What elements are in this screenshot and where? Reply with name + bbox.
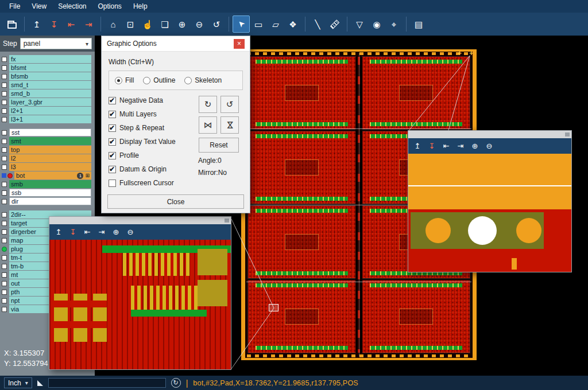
menu-item-view[interactable]: View bbox=[26, 1, 52, 12]
layer-row-l3[interactable]: l3 bbox=[0, 163, 95, 171]
mag-export-button[interactable]: ⇥ bbox=[95, 226, 108, 239]
magnifier-view-corner-detail[interactable] bbox=[408, 154, 571, 272]
menu-item-file[interactable]: File bbox=[3, 1, 26, 12]
magnifier-view-pcb-detail[interactable] bbox=[49, 240, 231, 369]
zoom-previous-button[interactable]: ↺ bbox=[208, 15, 225, 33]
zoom-fit-button[interactable]: ⊡ bbox=[122, 15, 139, 33]
layer-visibility-checkbox[interactable] bbox=[2, 281, 7, 286]
layer-row-bfsmb[interactable]: bfsmb bbox=[0, 72, 95, 80]
layer-row-top[interactable]: top bbox=[0, 146, 95, 154]
mirror-vertical-button[interactable]: ⋈ bbox=[220, 116, 239, 134]
mag-download-button[interactable]: ↧ bbox=[425, 140, 438, 153]
close-icon[interactable]: × bbox=[234, 39, 245, 49]
layer-row-l2+1[interactable]: l2+1 bbox=[0, 107, 95, 115]
mag-download-button[interactable]: ↧ bbox=[67, 226, 79, 239]
magnifier-titlebar[interactable] bbox=[408, 131, 571, 138]
refresh-icon[interactable]: ↻ bbox=[171, 378, 181, 388]
layer-row-l2[interactable]: l2 bbox=[0, 154, 95, 162]
layer-visibility-checkbox[interactable] bbox=[2, 238, 7, 243]
layer-row-smb[interactable]: smb bbox=[0, 180, 95, 188]
layer-row-layer_3.gbr[interactable]: layer_3.gbr bbox=[0, 98, 95, 106]
rotate-cw-button[interactable]: ↻ bbox=[199, 96, 217, 113]
window-button-icon[interactable] bbox=[565, 132, 570, 136]
layer-visibility-checkbox[interactable] bbox=[2, 130, 7, 135]
mag-upload-button[interactable]: ↥ bbox=[52, 226, 65, 239]
layer-visibility-checkbox[interactable] bbox=[2, 272, 7, 278]
rect-select-button[interactable]: ▭ bbox=[250, 15, 267, 33]
export-layer-button[interactable]: ⇥ bbox=[80, 15, 97, 33]
poly-select-button[interactable]: ▱ bbox=[267, 15, 284, 33]
layer-visibility-checkbox[interactable] bbox=[2, 139, 7, 144]
layer-visibility-checkbox[interactable] bbox=[2, 212, 7, 217]
layer-visibility-checkbox[interactable] bbox=[2, 65, 7, 71]
layer-visibility-checkbox[interactable] bbox=[2, 264, 7, 269]
option-fullscreen-cursor[interactable]: Fullscreen Cursor bbox=[109, 178, 195, 188]
zoom-in-button[interactable]: ⊕ bbox=[173, 15, 191, 33]
layer-row-l3+1[interactable]: l3+1 bbox=[0, 115, 95, 123]
mag-import-button[interactable]: ⇤ bbox=[440, 140, 452, 153]
layer-row-bfsmt[interactable]: bfsmt bbox=[0, 64, 95, 72]
layer-visibility-checkbox[interactable] bbox=[2, 307, 7, 312]
layer-visibility-checkbox[interactable] bbox=[2, 108, 7, 114]
layer-visibility-checkbox[interactable] bbox=[2, 190, 7, 196]
option-display-text-value[interactable]: Display Text Value bbox=[109, 137, 195, 146]
layer-row-smd_t[interactable]: smd_t bbox=[0, 81, 95, 89]
menu-item-help[interactable]: Help bbox=[127, 1, 153, 12]
layer-visibility-checkbox[interactable] bbox=[2, 221, 7, 226]
layer-visibility-checkbox[interactable] bbox=[2, 117, 7, 122]
triangle-icon[interactable] bbox=[37, 380, 43, 386]
import-layer-button[interactable]: ⇤ bbox=[63, 15, 80, 33]
view-area-button[interactable]: ❏ bbox=[156, 15, 173, 33]
layer-visibility-checkbox[interactable] bbox=[2, 165, 7, 170]
layer-visibility-checkbox[interactable] bbox=[2, 199, 7, 204]
layers-button[interactable]: ❖ bbox=[284, 15, 301, 33]
mag-zoom-out-button[interactable]: ⊖ bbox=[124, 226, 137, 239]
rotate-ccw-button[interactable]: ↺ bbox=[220, 96, 239, 113]
download-step-button[interactable]: ↧ bbox=[45, 15, 63, 33]
radio-fill[interactable]: Fill bbox=[115, 76, 134, 84]
close-button[interactable]: Close bbox=[107, 194, 244, 209]
magnifier-titlebar[interactable] bbox=[49, 217, 231, 224]
dialog-titlebar[interactable]: Graphic Options × bbox=[102, 36, 250, 52]
radio-outline[interactable]: Outline bbox=[143, 76, 175, 84]
step-selector[interactable]: panel ▾ bbox=[20, 38, 92, 49]
ruler-button[interactable] bbox=[326, 15, 343, 33]
filter-button[interactable]: ▽ bbox=[351, 15, 368, 33]
select-tool-button[interactable]: ➤ bbox=[233, 15, 250, 33]
layer-visibility-checkbox[interactable] bbox=[2, 57, 7, 62]
layer-row-smt[interactable]: smt bbox=[0, 137, 95, 145]
layer-visibility-checkbox[interactable] bbox=[2, 255, 7, 260]
window-button-icon[interactable] bbox=[225, 219, 229, 223]
mag-zoom-in-button[interactable]: ⊕ bbox=[469, 140, 481, 153]
layer-visibility-checkbox[interactable] bbox=[2, 100, 7, 105]
mag-export-button[interactable]: ⇥ bbox=[454, 140, 467, 153]
layer-visibility-checkbox[interactable] bbox=[2, 83, 7, 88]
menu-item-selection[interactable]: Selection bbox=[52, 1, 92, 12]
layer-visibility-checkbox[interactable] bbox=[2, 147, 7, 153]
radio-skeleton[interactable]: Skeleton bbox=[184, 76, 222, 84]
layer-visibility-checkbox[interactable] bbox=[2, 91, 7, 96]
open-file-button[interactable] bbox=[3, 15, 21, 33]
magnifier-window-right[interactable]: ↥↧⇤⇥⊕⊖ bbox=[408, 130, 572, 272]
mag-import-button[interactable]: ⇤ bbox=[81, 226, 94, 239]
layer-visibility-checkbox[interactable] bbox=[2, 182, 7, 187]
mag-zoom-out-button[interactable]: ⊖ bbox=[483, 140, 496, 153]
layer-visibility-checkbox[interactable] bbox=[2, 74, 7, 79]
pan-hand-button[interactable]: ☝ bbox=[139, 15, 156, 33]
mag-upload-button[interactable]: ↥ bbox=[411, 140, 424, 153]
search-pattern-button[interactable]: ⌖ bbox=[385, 15, 403, 33]
unit-selector[interactable]: Inch ▾ bbox=[4, 377, 32, 388]
layer-row-bot[interactable]: bot1⊞ bbox=[0, 171, 95, 180]
zoom-out-button[interactable]: ⊖ bbox=[191, 15, 208, 33]
report-button[interactable]: ▤ bbox=[410, 15, 427, 33]
layer-visibility-checkbox[interactable] bbox=[2, 229, 7, 235]
reset-button[interactable]: Reset bbox=[199, 138, 239, 153]
option-profile[interactable]: Profile bbox=[109, 151, 195, 160]
magnifier-window-bottom-left[interactable]: ↥↧⇤⇥⊕⊖ bbox=[49, 216, 231, 370]
layer-row-smd_b[interactable]: smd_b bbox=[0, 89, 95, 98]
home-view-button[interactable]: ⌂ bbox=[105, 15, 122, 33]
layer-visibility-checkbox[interactable] bbox=[2, 156, 7, 161]
layer-row-sst[interactable]: sst bbox=[0, 128, 95, 136]
menu-item-options[interactable]: Options bbox=[92, 1, 127, 12]
option-multi-layers[interactable]: Multi Layers bbox=[109, 110, 195, 119]
